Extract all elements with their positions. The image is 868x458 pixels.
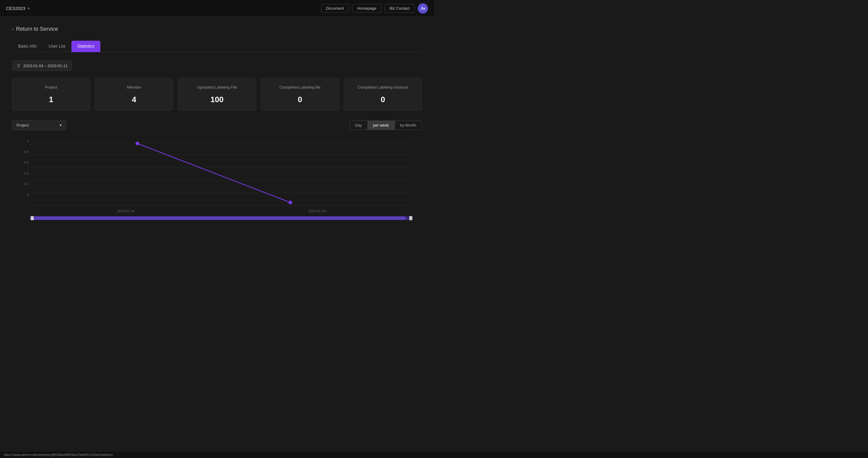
tab-bar: Basic Info User List Statistics <box>12 41 422 52</box>
stat-label-uploaded-labeling-file: Uploaded Labeling File <box>184 85 250 90</box>
line-chart-svg <box>30 142 413 205</box>
chart-scrollbar-thumb <box>30 216 405 220</box>
y-label-08: 0.8 <box>24 150 29 154</box>
chart-scrollbar-right-handle[interactable] <box>409 216 412 220</box>
date-range-label: 2023-01-04 – 2023-01-11 <box>23 64 67 68</box>
time-button-day[interactable]: Day <box>350 121 368 130</box>
back-link[interactable]: ‹ Return to Service <box>12 26 58 32</box>
stat-value-project: 1 <box>19 95 84 104</box>
header: CES2023 ▾ Document Homepage Biz Contact … <box>0 0 434 17</box>
tab-user-list[interactable]: User List <box>42 41 71 52</box>
stat-card-project: Project 1 <box>12 78 90 110</box>
chart-scrollbar[interactable] <box>30 216 413 220</box>
y-label-06: 0.6 <box>24 161 29 164</box>
svg-point-8 <box>289 201 292 204</box>
document-button[interactable]: Document <box>321 4 349 13</box>
chart-scrollbar-left-handle[interactable] <box>31 216 34 220</box>
app-logo[interactable]: CES2023 <box>6 6 25 11</box>
back-label: Return to Service <box>16 26 58 32</box>
svg-line-6 <box>137 143 290 202</box>
calendar-icon: 🗓 <box>17 63 21 68</box>
stat-card-uploaded-labeling-file: Uploaded Labeling File 100 <box>178 78 256 110</box>
stat-label-project: Project <box>19 85 84 90</box>
biz-contact-button[interactable]: Biz Contact <box>384 4 415 13</box>
chart-area: 1 0.8 0.6 0.4 0.2 0 <box>12 136 422 221</box>
date-range-picker[interactable]: 🗓 2023-01-04 – 2023-01-11 <box>12 61 72 71</box>
logo-chevron-icon[interactable]: ▾ <box>28 6 30 10</box>
homepage-button[interactable]: Homepage <box>352 4 381 13</box>
x-label-week2: 2023-01 2w <box>309 209 326 213</box>
chart-y-axis: 1 0.8 0.6 0.4 0.2 0 <box>15 139 29 196</box>
y-label-0: 0 <box>27 193 29 196</box>
svg-point-7 <box>136 142 139 145</box>
project-dropdown-label: Project <box>17 123 29 127</box>
statistics-section: 🗓 2023-01-04 – 2023-01-11 Project 1 Memb… <box>12 52 422 221</box>
tab-basic-info[interactable]: Basic Info <box>12 41 42 52</box>
stat-label-completed-labeling-file: Completed Labeling file <box>267 85 333 90</box>
stat-value-member: 4 <box>101 95 167 104</box>
stat-value-completed-labeling-instance: 0 <box>350 95 415 104</box>
stat-card-completed-labeling-instance: Completed Labeling instance 0 <box>344 78 422 110</box>
time-button-by-month[interactable]: by Month <box>395 121 422 130</box>
project-dropdown[interactable]: Project ▾ <box>12 120 66 130</box>
y-label-1: 1 <box>27 139 29 143</box>
time-toggle-group: Day per week by Month <box>349 121 422 130</box>
user-avatar[interactable]: Ju <box>418 3 428 13</box>
y-label-04: 0.4 <box>24 171 29 175</box>
time-button-per-week[interactable]: per week <box>368 121 395 130</box>
stat-card-member: Member 4 <box>95 78 173 110</box>
y-label-02: 0.2 <box>24 182 29 186</box>
back-arrow-icon: ‹ <box>12 27 13 32</box>
x-label-week1: 2023-01 1w <box>117 209 135 213</box>
tab-statistics[interactable]: Statistics <box>71 41 100 52</box>
header-right: Document Homepage Biz Contact Ju <box>321 3 428 13</box>
stats-cards-row: Project 1 Member 4 Uploaded Labeling Fil… <box>12 78 422 110</box>
project-dropdown-chevron-icon: ▾ <box>60 123 62 127</box>
stat-card-completed-labeling-file: Completed Labeling file 0 <box>261 78 339 110</box>
chart-controls: Project ▾ Day per week by Month <box>12 120 422 130</box>
main-content: ‹ Return to Service Basic Info User List… <box>0 17 434 230</box>
stat-value-uploaded-labeling-file: 100 <box>184 95 250 104</box>
header-left: CES2023 ▾ <box>6 6 30 11</box>
stat-label-member: Member <box>101 85 167 90</box>
stat-label-completed-labeling-instance: Completed Labeling instance <box>350 85 415 90</box>
stat-value-completed-labeling-file: 0 <box>267 95 333 104</box>
